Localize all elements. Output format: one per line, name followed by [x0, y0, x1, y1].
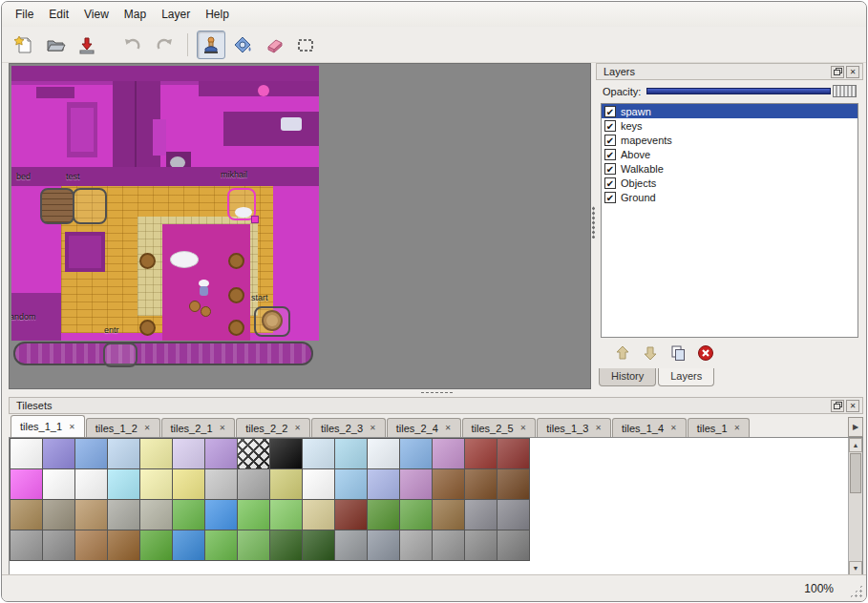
tile[interactable] [335, 500, 367, 530]
menu-item-help[interactable]: Help [198, 5, 237, 24]
layer-row-Objects[interactable]: ✔Objects [602, 176, 857, 190]
duplicate-layer-button[interactable] [668, 343, 688, 365]
tab-layers[interactable]: Layers [658, 368, 714, 386]
stamp-tool-button[interactable] [197, 31, 225, 59]
tab-close-icon[interactable]: ✕ [69, 423, 75, 431]
layer-row-mapevents[interactable]: ✔mapevents [602, 133, 857, 147]
tab-close-icon[interactable]: ✕ [370, 424, 376, 432]
tile[interactable] [465, 500, 497, 530]
tile[interactable] [205, 469, 237, 499]
opacity-slider-handle[interactable] [833, 85, 857, 97]
tile[interactable] [75, 500, 107, 530]
tile[interactable] [270, 439, 302, 468]
map[interactable]: bedtestmikhailstartandomentr [11, 66, 319, 371]
tile[interactable] [75, 439, 107, 468]
tile[interactable] [108, 469, 139, 499]
tileset-tab-tiles_2_4[interactable]: tiles_2_4✕ [387, 418, 461, 437]
tile[interactable] [400, 439, 432, 468]
eraser-tool-button[interactable] [260, 31, 288, 59]
tile[interactable] [433, 530, 464, 560]
open-button[interactable] [41, 31, 70, 59]
save-button[interactable] [73, 31, 101, 59]
tile[interactable] [43, 469, 74, 499]
tileset-tab-tiles_1_3[interactable]: tiles_1_3✕ [537, 418, 611, 437]
tab-close-icon[interactable]: ✕ [734, 424, 741, 432]
close-dock-button[interactable]: ✕ [846, 400, 859, 412]
tile[interactable] [238, 500, 269, 530]
close-dock-button[interactable]: ✕ [846, 66, 859, 78]
menu-item-edit[interactable]: Edit [41, 5, 76, 24]
redo-button[interactable] [150, 31, 179, 59]
layer-visibility-checkbox[interactable]: ✔ [604, 135, 616, 146]
tile[interactable] [303, 469, 334, 499]
fill-tool-button[interactable] [228, 31, 257, 59]
tile[interactable] [238, 469, 269, 499]
layer-visibility-checkbox[interactable]: ✔ [604, 149, 616, 160]
layer-visibility-checkbox[interactable]: ✔ [604, 177, 616, 189]
raise-layer-button[interactable] [613, 343, 632, 365]
tile[interactable] [335, 530, 367, 560]
layer-row-spawn[interactable]: ✔spawn [602, 104, 857, 118]
tile[interactable] [433, 469, 464, 499]
tile[interactable] [108, 530, 139, 560]
opacity-slider[interactable] [646, 84, 857, 98]
tile[interactable] [140, 439, 172, 468]
tile[interactable] [205, 530, 237, 560]
object-resize-handle[interactable] [251, 216, 259, 223]
layer-visibility-checkbox[interactable]: ✔ [604, 163, 616, 175]
tile[interactable] [238, 439, 269, 468]
tile[interactable] [238, 530, 269, 560]
tile[interactable] [498, 469, 529, 499]
tileset-tab-tiles_2_2[interactable]: tiles_2_2✕ [236, 418, 310, 437]
tileset-tab-tiles_1[interactable]: tiles_1✕ [688, 418, 751, 437]
tile[interactable] [108, 500, 139, 530]
layer-row-Above[interactable]: ✔Above [602, 147, 857, 161]
float-dock-button[interactable] [831, 400, 844, 412]
scroll-down-button[interactable]: ▼ [849, 561, 862, 575]
tile[interactable] [75, 530, 107, 560]
tile[interactable] [400, 530, 432, 560]
scroll-thumb[interactable] [850, 453, 861, 493]
horizontal-splitter[interactable] [9, 389, 863, 397]
layer-row-keys[interactable]: ✔keys [602, 118, 857, 133]
map-object-start[interactable] [254, 306, 290, 337]
map-object-mikhail[interactable] [227, 188, 256, 220]
tile[interactable] [368, 530, 399, 560]
tile[interactable] [400, 469, 432, 499]
tab-close-icon[interactable]: ✕ [595, 424, 602, 432]
tileset-tab-tiles_2_3[interactable]: tiles_2_3✕ [311, 418, 386, 437]
tile[interactable] [173, 469, 204, 499]
tileset-tab-tiles_2_5[interactable]: tiles_2_5✕ [462, 418, 537, 437]
menu-item-map[interactable]: Map [116, 5, 154, 24]
tile[interactable] [173, 530, 204, 560]
tile[interactable] [433, 439, 464, 468]
tab-close-icon[interactable]: ✕ [670, 424, 677, 432]
tile[interactable] [140, 530, 172, 560]
map-canvas[interactable]: bedtestmikhailstartandomentr [9, 63, 591, 389]
tile[interactable] [303, 500, 334, 530]
tile[interactable] [205, 500, 237, 530]
tile[interactable] [173, 439, 204, 468]
tileset-scrollbar[interactable]: ▲ ▼ [848, 438, 862, 575]
tile[interactable] [335, 439, 367, 468]
tile[interactable] [368, 500, 399, 530]
tile[interactable] [270, 500, 302, 530]
layer-row-Walkable[interactable]: ✔Walkable [602, 161, 857, 176]
tile[interactable] [400, 500, 432, 530]
tile[interactable] [11, 469, 42, 499]
tab-scroll-right-button[interactable]: ▶ [848, 417, 863, 437]
tile[interactable] [270, 469, 302, 499]
tileset-tab-tiles_1_1[interactable]: tiles_1_1✕ [11, 415, 85, 437]
tile[interactable] [303, 439, 334, 468]
map-object-entr[interactable] [103, 343, 138, 367]
tileset-tab-tiles_1_4[interactable]: tiles_1_4✕ [612, 418, 687, 437]
tile[interactable] [498, 500, 529, 530]
tile[interactable] [498, 439, 529, 468]
tile[interactable] [11, 530, 42, 560]
tile[interactable] [433, 500, 464, 530]
menu-item-file[interactable]: File [8, 5, 41, 24]
tile[interactable] [465, 439, 497, 468]
tile[interactable] [43, 439, 74, 468]
tile[interactable] [173, 500, 204, 530]
tile[interactable] [368, 469, 399, 499]
